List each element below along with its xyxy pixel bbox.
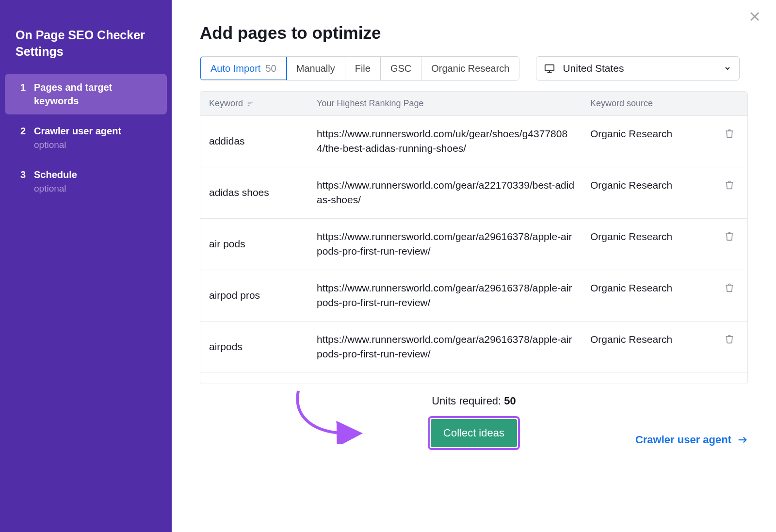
tab-organic-research[interactable]: Organic Research [421,57,519,80]
cell-url: https://www.runnersworld.com/gear/a29616… [317,229,590,259]
table-row: adidas shoeshttps://www.runnersworld.com… [200,167,747,219]
tab-count: 50 [265,63,276,74]
cell-keyword: airpods [200,332,317,362]
cell-source: Organic Research [590,332,711,362]
units-value: 50 [504,395,516,407]
sort-icon [247,100,254,107]
cell-url: https://www.runnersworld.com/gear/a29616… [317,281,590,310]
step-crawler-user-agent[interactable]: 2 Crawler user agent optional [5,117,167,159]
step-schedule[interactable]: 3 Schedule optional [5,161,167,202]
step-label: Crawler user agent [34,124,121,138]
tab-gsc[interactable]: GSC [381,57,421,80]
cell-source: Organic Research [590,127,711,156]
svg-rect-7 [248,105,250,105]
controls-row: Auto Import 50 Manually File GSC Organic… [200,56,748,81]
tab-manually[interactable]: Manually [287,57,345,80]
table-row: addidashttps://www.runnersworld.com/uk/g… [200,116,747,167]
footer: Units required: 50 Collect ideas Crawler… [200,384,748,469]
tab-file[interactable]: File [345,57,381,80]
tab-auto-import[interactable]: Auto Import 50 [200,56,287,81]
close-icon [749,11,760,22]
header-keyword-label: Keyword [209,98,243,109]
svg-rect-5 [248,101,253,102]
table-header: Keyword Your Highest Ranking Page Keywor… [200,92,747,116]
cell-keyword: adidas shoes [200,178,317,208]
cell-keyword: air pods [200,229,317,259]
cell-keyword: addidas [200,127,317,156]
step-number: 2 [20,124,27,138]
trash-icon [725,231,734,241]
header-keyword[interactable]: Keyword [200,98,317,109]
main-panel: Add pages to optimize Auto Import 50 Man… [172,0,776,532]
cell-source: Organic Research [590,229,711,259]
keywords-table: Keyword Your Highest Ranking Page Keywor… [200,91,748,384]
table-body[interactable]: addidashttps://www.runnersworld.com/uk/g… [200,116,747,384]
step-pages-keywords[interactable]: 1 Pages and target keywords [5,74,167,114]
collect-ideas-highlight: Collect ideas [428,416,520,450]
country-select[interactable]: United States [536,56,740,81]
svg-rect-6 [248,103,251,104]
settings-sidebar: On Page SEO Checker Settings 1 Pages and… [0,0,172,532]
cell-url: https://www.runnersworld.com/gear/a29616… [317,383,590,384]
step-number: 3 [20,168,27,181]
import-tabs: Auto Import 50 Manually File GSC Organic… [200,56,519,81]
collect-ideas-button[interactable]: Collect ideas [431,419,517,447]
desktop-icon [544,63,555,74]
delete-row-button[interactable] [725,282,734,296]
trash-icon [725,180,734,190]
cell-url: https://www.runnersworld.com/gear/a29616… [317,332,590,362]
trash-icon [725,334,734,344]
chevron-down-icon [724,64,731,72]
cell-keyword: airpods pro [200,383,317,384]
next-step-link[interactable]: Crawler user agent [635,434,748,446]
header-page: Your Highest Ranking Page [317,98,590,109]
next-step-label: Crawler user agent [635,434,731,446]
delete-row-button[interactable] [725,179,734,193]
delete-row-button[interactable] [725,128,734,142]
step-sublabel: optional [34,139,121,152]
tab-label: Auto Import [210,63,260,74]
units-required: Units required: 50 [432,395,516,407]
table-row: air podshttps://www.runnersworld.com/gea… [200,219,747,270]
svg-rect-2 [545,65,554,71]
units-label: Units required: [432,395,504,407]
cell-url: https://www.runnersworld.com/uk/gear/sho… [317,127,590,156]
trash-icon [725,283,734,292]
cell-url: https://www.runnersworld.com/gear/a22170… [317,178,590,208]
cell-source: Organic Research [590,178,711,208]
step-sublabel: optional [34,182,77,195]
cell-keyword: airpod pros [200,281,317,310]
delete-row-button[interactable] [725,333,734,348]
cell-source: Organic Research [590,281,711,310]
header-source: Keyword source [590,98,711,109]
step-label: Pages and target keywords [34,81,151,108]
table-row: airpodshttps://www.runnersworld.com/gear… [200,322,747,373]
step-number: 1 [20,81,27,94]
arrow-right-icon [737,435,748,445]
step-label: Schedule [34,168,77,181]
sidebar-title: On Page SEO Checker Settings [0,27,172,74]
table-row: airpod proshttps://www.runnersworld.com/… [200,270,747,322]
delete-row-button[interactable] [725,230,734,245]
cell-source: Organic Research [590,383,711,384]
close-button[interactable] [747,9,762,24]
page-title: Add pages to optimize [200,23,748,43]
trash-icon [725,129,734,138]
country-value: United States [563,63,624,74]
table-row: airpods prohttps://www.runnersworld.com/… [200,372,747,384]
